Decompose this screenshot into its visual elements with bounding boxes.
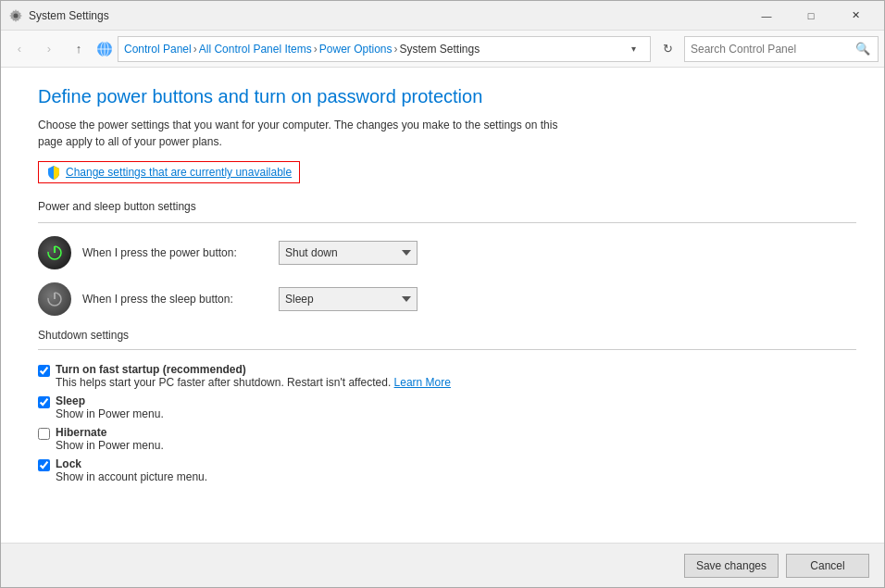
home-icon <box>95 40 114 58</box>
change-settings-link[interactable]: Change settings that are currently unava… <box>38 161 300 183</box>
breadcrumb-current: System Settings <box>399 43 480 56</box>
page-description: Choose the power settings that you want … <box>38 117 575 150</box>
sleep-button-icon <box>38 282 71 316</box>
lock-checkbox[interactable] <box>38 459 50 471</box>
search-input[interactable] <box>691 43 854 56</box>
divider-1 <box>38 222 856 223</box>
fast-startup-desc: This helps start your PC faster after sh… <box>56 376 451 389</box>
forward-button[interactable]: › <box>36 36 62 62</box>
shutdown-section-title: Shutdown settings <box>38 329 856 342</box>
sleep-checkbox[interactable] <box>38 396 50 408</box>
sleep-setting-row: Sleep Show in Power menu. <box>38 394 856 420</box>
lock-label[interactable]: Lock <box>56 457 207 470</box>
save-changes-button[interactable]: Save changes <box>684 554 779 578</box>
uac-shield-icon <box>46 165 61 180</box>
address-bar: ‹ › ↑ Control Panel › All Control Panel … <box>1 31 884 68</box>
sleep-setting-label[interactable]: Sleep <box>56 394 164 407</box>
window-title: System Settings <box>29 9 745 22</box>
learn-more-link[interactable]: Learn More <box>394 376 451 389</box>
up-button[interactable]: ↑ <box>66 36 92 62</box>
sleep-button-select[interactable]: Sleep Do nothing Hibernate Shut down Tur… <box>279 287 418 311</box>
footer: Save changes Cancel <box>1 543 884 587</box>
breadcrumb-all-items[interactable]: All Control Panel Items <box>199 43 312 56</box>
sleep-button-label: When I press the sleep button: <box>82 293 268 306</box>
hibernate-label[interactable]: Hibernate <box>56 426 164 439</box>
lock-row: Lock Show in account picture menu. <box>38 457 856 483</box>
change-settings-label[interactable]: Change settings that are currently unava… <box>66 166 292 179</box>
fast-startup-label[interactable]: Turn on fast startup (recommended) <box>56 363 451 376</box>
cancel-button[interactable]: Cancel <box>786 554 869 578</box>
power-button-icon <box>38 236 71 269</box>
breadcrumb-dropdown-button[interactable]: ▾ <box>622 38 644 60</box>
lock-desc: Show in account picture menu. <box>56 470 207 483</box>
maximize-button[interactable]: □ <box>790 1 832 31</box>
search-icon-button[interactable]: 🔍 <box>854 40 872 58</box>
main-content: Define power buttons and turn on passwor… <box>1 68 884 543</box>
hibernate-row: Hibernate Show in Power menu. <box>38 426 856 452</box>
window-controls: — □ ✕ <box>745 1 877 31</box>
power-button-label: When I press the power button: <box>82 246 268 259</box>
fast-startup-checkbox[interactable] <box>38 365 50 377</box>
fast-startup-row: Turn on fast startup (recommended) This … <box>38 363 856 389</box>
window-icon <box>8 8 23 23</box>
breadcrumb-control-panel[interactable]: Control Panel <box>124 43 192 56</box>
sleep-button-row: When I press the sleep button: Sleep Do … <box>38 282 593 316</box>
back-button[interactable]: ‹ <box>6 36 32 62</box>
hibernate-desc: Show in Power menu. <box>56 439 164 452</box>
title-bar: System Settings — □ ✕ <box>1 1 884 31</box>
refresh-button[interactable]: ↻ <box>654 36 680 62</box>
search-box: 🔍 <box>684 36 879 62</box>
main-window: System Settings — □ ✕ ‹ › ↑ Control Pane… <box>0 0 885 588</box>
minimize-button[interactable]: — <box>745 1 788 31</box>
page-title: Define power buttons and turn on passwor… <box>38 86 856 107</box>
power-button-row: When I press the power button: Shut down… <box>38 236 593 269</box>
sleep-setting-desc: Show in Power menu. <box>56 407 164 420</box>
button-settings: When I press the power button: Shut down… <box>38 236 593 316</box>
power-button-select[interactable]: Shut down Do nothing Sleep Hibernate Tur… <box>279 241 418 265</box>
divider-2 <box>38 349 856 350</box>
shutdown-section: Shutdown settings Turn on fast startup (… <box>38 329 856 483</box>
breadcrumb-power-options[interactable]: Power Options <box>319 43 393 56</box>
hibernate-checkbox[interactable] <box>38 428 50 440</box>
close-button[interactable]: ✕ <box>834 1 877 31</box>
breadcrumb: Control Panel › All Control Panel Items … <box>118 36 651 62</box>
power-sleep-section-title: Power and sleep button settings <box>38 200 856 213</box>
